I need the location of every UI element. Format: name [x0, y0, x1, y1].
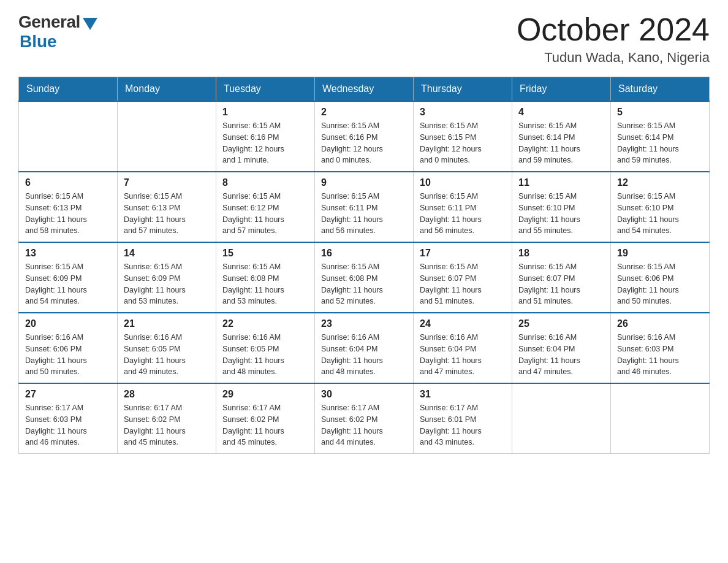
col-wednesday: Wednesday	[315, 77, 414, 102]
calendar-cell: 28Sunrise: 6:17 AM Sunset: 6:02 PM Dayli…	[118, 383, 216, 454]
logo-triangle-icon	[83, 18, 97, 30]
day-info: Sunrise: 6:15 AM Sunset: 6:11 PM Dayligh…	[321, 191, 407, 237]
day-number: 4	[518, 107, 604, 118]
calendar-cell: 31Sunrise: 6:17 AM Sunset: 6:01 PM Dayli…	[414, 383, 512, 454]
calendar-cell: 17Sunrise: 6:15 AM Sunset: 6:07 PM Dayli…	[414, 242, 512, 313]
day-number: 13	[25, 248, 111, 259]
day-number: 12	[617, 177, 703, 188]
day-info: Sunrise: 6:16 AM Sunset: 6:04 PM Dayligh…	[518, 332, 604, 378]
calendar-cell: 21Sunrise: 6:16 AM Sunset: 6:05 PM Dayli…	[118, 313, 216, 383]
calendar-cell	[19, 101, 118, 172]
calendar-cell: 25Sunrise: 6:16 AM Sunset: 6:04 PM Dayli…	[512, 313, 611, 383]
title-section: October 2024 Tudun Wada, Kano, Nigeria	[517, 12, 710, 66]
calendar-cell	[611, 383, 710, 454]
calendar-table: Sunday Monday Tuesday Wednesday Thursday…	[18, 77, 710, 454]
calendar-header-row: Sunday Monday Tuesday Wednesday Thursday…	[19, 77, 710, 102]
day-info: Sunrise: 6:16 AM Sunset: 6:06 PM Dayligh…	[25, 332, 111, 378]
day-info: Sunrise: 6:15 AM Sunset: 6:13 PM Dayligh…	[124, 191, 210, 237]
week-row-1: 1Sunrise: 6:15 AM Sunset: 6:16 PM Daylig…	[19, 101, 710, 172]
day-number: 19	[617, 248, 703, 259]
calendar-cell: 14Sunrise: 6:15 AM Sunset: 6:09 PM Dayli…	[118, 242, 216, 313]
calendar-cell: 9Sunrise: 6:15 AM Sunset: 6:11 PM Daylig…	[315, 172, 414, 242]
calendar-cell: 18Sunrise: 6:15 AM Sunset: 6:07 PM Dayli…	[512, 242, 611, 313]
day-info: Sunrise: 6:15 AM Sunset: 6:07 PM Dayligh…	[518, 261, 604, 307]
day-info: Sunrise: 6:16 AM Sunset: 6:05 PM Dayligh…	[124, 332, 210, 378]
week-row-3: 13Sunrise: 6:15 AM Sunset: 6:09 PM Dayli…	[19, 242, 710, 313]
calendar-cell: 12Sunrise: 6:15 AM Sunset: 6:10 PM Dayli…	[611, 172, 710, 242]
day-number: 16	[321, 248, 407, 259]
day-info: Sunrise: 6:15 AM Sunset: 6:13 PM Dayligh…	[25, 191, 111, 237]
day-number: 21	[124, 318, 210, 329]
day-number: 1	[222, 107, 308, 118]
day-number: 14	[124, 248, 210, 259]
day-info: Sunrise: 6:15 AM Sunset: 6:07 PM Dayligh…	[420, 261, 506, 307]
day-number: 6	[25, 177, 111, 188]
day-number: 9	[321, 177, 407, 188]
calendar-cell: 27Sunrise: 6:17 AM Sunset: 6:03 PM Dayli…	[19, 383, 118, 454]
day-number: 17	[420, 248, 506, 259]
day-info: Sunrise: 6:15 AM Sunset: 6:10 PM Dayligh…	[617, 191, 703, 237]
day-number: 10	[420, 177, 506, 188]
day-number: 15	[222, 248, 308, 259]
day-number: 22	[222, 318, 308, 329]
calendar-cell: 19Sunrise: 6:15 AM Sunset: 6:06 PM Dayli…	[611, 242, 710, 313]
day-number: 2	[321, 107, 407, 118]
day-info: Sunrise: 6:15 AM Sunset: 6:15 PM Dayligh…	[420, 120, 506, 166]
calendar-cell: 3Sunrise: 6:15 AM Sunset: 6:15 PM Daylig…	[414, 101, 512, 172]
logo: General Blue	[18, 12, 97, 52]
day-info: Sunrise: 6:15 AM Sunset: 6:11 PM Dayligh…	[420, 191, 506, 237]
calendar-cell: 29Sunrise: 6:17 AM Sunset: 6:02 PM Dayli…	[216, 383, 315, 454]
calendar-cell	[512, 383, 611, 454]
day-info: Sunrise: 6:16 AM Sunset: 6:05 PM Dayligh…	[222, 332, 308, 378]
col-friday: Friday	[512, 77, 611, 102]
calendar-cell: 1Sunrise: 6:15 AM Sunset: 6:16 PM Daylig…	[216, 101, 315, 172]
day-info: Sunrise: 6:15 AM Sunset: 6:09 PM Dayligh…	[124, 261, 210, 307]
day-number: 11	[518, 177, 604, 188]
day-number: 20	[25, 318, 111, 329]
day-info: Sunrise: 6:15 AM Sunset: 6:06 PM Dayligh…	[617, 261, 703, 307]
calendar-cell: 10Sunrise: 6:15 AM Sunset: 6:11 PM Dayli…	[414, 172, 512, 242]
calendar-cell: 22Sunrise: 6:16 AM Sunset: 6:05 PM Dayli…	[216, 313, 315, 383]
day-number: 24	[420, 318, 506, 329]
col-monday: Monday	[118, 77, 216, 102]
calendar-cell: 20Sunrise: 6:16 AM Sunset: 6:06 PM Dayli…	[19, 313, 118, 383]
day-info: Sunrise: 6:15 AM Sunset: 6:14 PM Dayligh…	[617, 120, 703, 166]
day-number: 29	[222, 389, 308, 400]
calendar-cell: 26Sunrise: 6:16 AM Sunset: 6:03 PM Dayli…	[611, 313, 710, 383]
col-saturday: Saturday	[611, 77, 710, 102]
calendar-cell: 11Sunrise: 6:15 AM Sunset: 6:10 PM Dayli…	[512, 172, 611, 242]
day-info: Sunrise: 6:16 AM Sunset: 6:04 PM Dayligh…	[420, 332, 506, 378]
calendar-cell: 15Sunrise: 6:15 AM Sunset: 6:08 PM Dayli…	[216, 242, 315, 313]
col-tuesday: Tuesday	[216, 77, 315, 102]
calendar-cell: 24Sunrise: 6:16 AM Sunset: 6:04 PM Dayli…	[414, 313, 512, 383]
day-info: Sunrise: 6:15 AM Sunset: 6:09 PM Dayligh…	[25, 261, 111, 307]
calendar-cell: 7Sunrise: 6:15 AM Sunset: 6:13 PM Daylig…	[118, 172, 216, 242]
day-info: Sunrise: 6:17 AM Sunset: 6:02 PM Dayligh…	[321, 402, 407, 448]
day-info: Sunrise: 6:17 AM Sunset: 6:02 PM Dayligh…	[222, 402, 308, 448]
page-header: General Blue October 2024 Tudun Wada, Ka…	[18, 12, 710, 66]
day-number: 25	[518, 318, 604, 329]
day-info: Sunrise: 6:15 AM Sunset: 6:16 PM Dayligh…	[222, 120, 308, 166]
calendar-cell: 2Sunrise: 6:15 AM Sunset: 6:16 PM Daylig…	[315, 101, 414, 172]
day-info: Sunrise: 6:17 AM Sunset: 6:01 PM Dayligh…	[420, 402, 506, 448]
week-row-5: 27Sunrise: 6:17 AM Sunset: 6:03 PM Dayli…	[19, 383, 710, 454]
calendar-cell: 23Sunrise: 6:16 AM Sunset: 6:04 PM Dayli…	[315, 313, 414, 383]
day-info: Sunrise: 6:17 AM Sunset: 6:02 PM Dayligh…	[124, 402, 210, 448]
day-info: Sunrise: 6:16 AM Sunset: 6:03 PM Dayligh…	[617, 332, 703, 378]
day-info: Sunrise: 6:15 AM Sunset: 6:14 PM Dayligh…	[518, 120, 604, 166]
calendar-cell: 8Sunrise: 6:15 AM Sunset: 6:12 PM Daylig…	[216, 172, 315, 242]
location-title: Tudun Wada, Kano, Nigeria	[517, 50, 710, 66]
day-info: Sunrise: 6:15 AM Sunset: 6:12 PM Dayligh…	[222, 191, 308, 237]
month-title: October 2024	[517, 12, 710, 47]
day-number: 8	[222, 177, 308, 188]
day-info: Sunrise: 6:15 AM Sunset: 6:10 PM Dayligh…	[518, 191, 604, 237]
calendar-cell: 30Sunrise: 6:17 AM Sunset: 6:02 PM Dayli…	[315, 383, 414, 454]
day-number: 28	[124, 389, 210, 400]
day-number: 27	[25, 389, 111, 400]
day-number: 3	[420, 107, 506, 118]
day-number: 31	[420, 389, 506, 400]
day-info: Sunrise: 6:15 AM Sunset: 6:16 PM Dayligh…	[321, 120, 407, 166]
calendar-cell	[118, 101, 216, 172]
day-number: 23	[321, 318, 407, 329]
day-info: Sunrise: 6:15 AM Sunset: 6:08 PM Dayligh…	[321, 261, 407, 307]
